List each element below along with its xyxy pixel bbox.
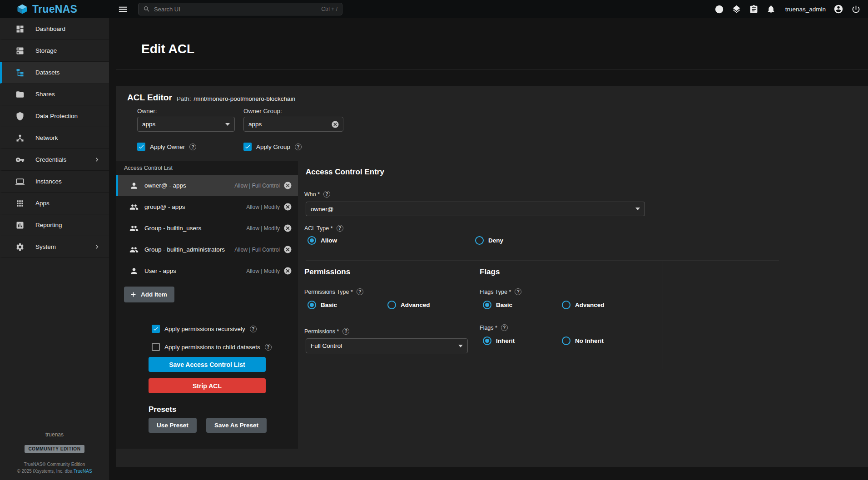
checkbox-label: Apply Group xyxy=(256,144,290,150)
help-icon[interactable] xyxy=(342,328,349,335)
flags-type-label: Flags Type * xyxy=(480,289,511,295)
save-as-preset-button[interactable]: Save As Preset xyxy=(206,418,267,433)
feedback-smiley-icon[interactable] xyxy=(714,5,724,14)
sidebar: Dashboard Storage Datasets Shares Data P… xyxy=(0,18,109,480)
sidebar-footer: truenas COMMUNITY EDITION TrueNAS® Commu… xyxy=(0,431,109,475)
help-icon[interactable] xyxy=(250,326,257,332)
truenas-logo[interactable]: TrueNAS xyxy=(0,3,109,15)
power-icon[interactable] xyxy=(851,5,861,14)
recursive-checkbox[interactable]: Apply permissions recursively xyxy=(152,325,257,333)
remove-entry-icon[interactable] xyxy=(283,181,292,190)
clear-input-icon[interactable] xyxy=(331,120,339,129)
flags-type-basic-radio[interactable]: Basic xyxy=(483,300,512,310)
acl-entry-builtin-users[interactable]: Group - builtin_users Allow | Modify xyxy=(116,218,298,239)
permissions-type-label-row: Permissions Type * xyxy=(304,288,363,295)
use-preset-button[interactable]: Use Preset xyxy=(149,418,197,433)
checkbox-label: Apply permissions recursively xyxy=(164,326,245,332)
sidebar-item-datasets[interactable]: Datasets xyxy=(0,62,109,84)
sidebar-item-instances[interactable]: Instances xyxy=(0,171,109,193)
sidebar-item-label: Instances xyxy=(35,178,62,185)
dashboard-icon xyxy=(15,25,25,34)
header-divider xyxy=(116,69,868,69)
permissions-type-advanced-radio[interactable]: Advanced xyxy=(387,300,430,310)
help-icon[interactable] xyxy=(323,191,330,198)
copyright-brand-link[interactable]: TrueNAS xyxy=(74,469,92,474)
acl-type-label: ACL Type * xyxy=(304,225,333,232)
gear-icon xyxy=(15,242,25,252)
jobs-clipboard-icon[interactable] xyxy=(749,5,759,14)
permissions-select[interactable]: Full Control xyxy=(306,338,468,353)
sidebar-item-label: Storage xyxy=(35,47,57,54)
sidebar-item-system[interactable]: System xyxy=(0,236,109,258)
group-icon xyxy=(129,224,139,233)
chevron-right-icon xyxy=(93,156,101,163)
chart-icon xyxy=(15,221,25,230)
radio-selected-icon xyxy=(483,336,491,345)
apply-group-checkbox[interactable]: Apply Group xyxy=(243,143,302,151)
remove-entry-icon[interactable] xyxy=(283,245,292,254)
acl-entry-owner[interactable]: owner@ - apps Allow | Full Control xyxy=(116,175,298,196)
save-acl-button[interactable]: Save Access Control List xyxy=(149,357,266,372)
main-content: Edit ACL ACL Editor Path: /mnt/monero-po… xyxy=(109,18,868,480)
flags-type-label-row: Flags Type * xyxy=(480,288,521,295)
owner-group-input[interactable] xyxy=(248,121,331,128)
sidebar-item-network[interactable]: Network xyxy=(0,127,109,149)
help-icon[interactable] xyxy=(265,344,272,351)
radio-unselected-icon xyxy=(562,301,570,309)
help-icon[interactable] xyxy=(357,288,363,295)
acl-entry-group[interactable]: group@ - apps Allow | Modify xyxy=(116,196,298,218)
acl-type-deny-radio[interactable]: Deny xyxy=(475,236,503,245)
radio-label: Basic xyxy=(496,302,512,308)
username-label[interactable]: truenas_admin xyxy=(785,6,826,13)
notifications-bell-icon[interactable] xyxy=(766,5,776,14)
owner-select[interactable]: apps xyxy=(137,117,235,132)
traverse-checkbox[interactable]: Apply permissions to child datasets xyxy=(152,343,272,351)
owner-label: Owner: xyxy=(137,108,157,114)
acl-entry-status: Allow | Modify xyxy=(246,268,280,274)
help-icon[interactable] xyxy=(515,288,521,295)
help-icon[interactable] xyxy=(295,144,302,150)
remove-entry-icon[interactable] xyxy=(283,267,292,275)
acl-entry-builtin-administrators[interactable]: Group - builtin_administrators Allow | F… xyxy=(116,239,298,260)
add-item-button[interactable]: Add Item xyxy=(124,287,174,302)
sidebar-item-credentials[interactable]: Credentials xyxy=(0,149,109,171)
sidebar-item-shares[interactable]: Shares xyxy=(0,84,109,105)
radio-label: Advanced xyxy=(401,302,430,308)
user-avatar-icon[interactable] xyxy=(833,4,843,14)
who-select[interactable]: owner@ xyxy=(306,202,645,216)
sidebar-item-dashboard[interactable]: Dashboard xyxy=(0,18,109,40)
flags-type-advanced-radio[interactable]: Advanced xyxy=(562,300,605,310)
network-hub-icon xyxy=(15,134,25,143)
strip-acl-button[interactable]: Strip ACL xyxy=(149,378,266,393)
sidebar-item-label: Apps xyxy=(35,200,50,207)
acl-type-allow-radio[interactable]: Allow xyxy=(308,236,337,245)
acl-entry-status: Allow | Modify xyxy=(246,225,280,232)
plus-icon xyxy=(129,291,137,298)
sidebar-item-storage[interactable]: Storage xyxy=(0,40,109,62)
owner-group-label: Owner Group: xyxy=(243,108,282,114)
hostname-label: truenas xyxy=(0,431,109,438)
sidebar-item-data-protection[interactable]: Data Protection xyxy=(0,105,109,127)
search-input[interactable] xyxy=(154,6,317,13)
radio-selected-icon xyxy=(483,301,491,309)
flags-inherit-radio[interactable]: Inherit xyxy=(483,336,515,346)
menu-icon[interactable] xyxy=(118,4,128,15)
apply-owner-checkbox[interactable]: Apply Owner xyxy=(137,143,196,151)
flags-no-inherit-radio[interactable]: No Inherit xyxy=(562,336,604,346)
sidebar-item-apps[interactable]: Apps xyxy=(0,193,109,214)
help-icon[interactable] xyxy=(501,324,508,331)
help-icon[interactable] xyxy=(337,225,343,232)
truenas-logo-icon xyxy=(16,3,28,15)
sidebar-item-reporting[interactable]: Reporting xyxy=(0,214,109,236)
search-input-box[interactable]: Ctrl + / xyxy=(138,3,342,15)
acl-entry-user-apps[interactable]: User - apps Allow | Modify xyxy=(116,260,298,282)
acl-entry-label: owner@ - apps xyxy=(144,182,186,189)
remove-entry-icon[interactable] xyxy=(283,203,292,211)
permissions-type-basic-radio[interactable]: Basic xyxy=(308,300,337,310)
page-title: Edit ACL xyxy=(141,42,194,56)
sidebar-item-label: Reporting xyxy=(35,222,62,228)
acl-entry-label: Group - builtin_users xyxy=(144,225,201,232)
remove-entry-icon[interactable] xyxy=(283,224,292,233)
help-icon[interactable] xyxy=(189,144,196,150)
checkin-layers-icon[interactable] xyxy=(732,5,741,14)
